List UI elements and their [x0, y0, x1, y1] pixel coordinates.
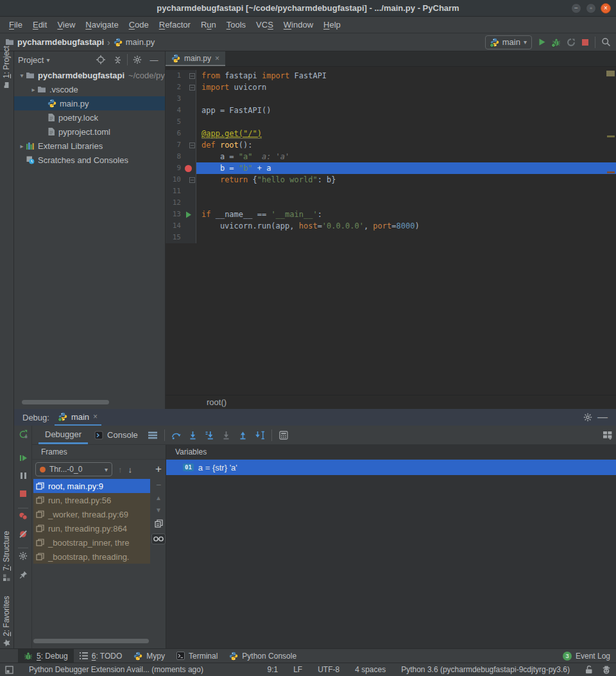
code-line-8[interactable]: 8 a = "a" a: 'a' [166, 151, 616, 162]
rerun-button[interactable] [14, 429, 32, 439]
code-line-7[interactable]: 7def root(): [166, 139, 616, 151]
tab-terminal[interactable]: Terminal [171, 649, 223, 663]
tree-item-pycharmdebugfastapi[interactable]: ▾pycharmdebugfastapi~/code/pycharmdebugf… [14, 68, 165, 82]
gutter[interactable] [181, 186, 196, 197]
menu-view[interactable]: View [52, 20, 80, 30]
frame-row[interactable]: _bootstrap_inner, thre [33, 535, 150, 550]
fold-icon[interactable] [189, 143, 195, 148]
status-item[interactable]: UTF-8 [318, 665, 339, 674]
gear-icon[interactable] [583, 413, 592, 422]
tab-debug-session[interactable]: main × [55, 409, 101, 426]
gutter[interactable] [181, 174, 196, 186]
variable-row[interactable]: 01a = {str} 'a' [166, 460, 616, 475]
gutter[interactable] [181, 232, 196, 243]
gutter[interactable] [181, 162, 196, 174]
horizontal-scrollbar[interactable] [22, 400, 109, 404]
close-button[interactable]: × [601, 3, 611, 13]
locate-file-button[interactable] [94, 55, 108, 64]
layout-options-icon[interactable] [144, 431, 161, 439]
scroll-marker[interactable] [606, 71, 615, 76]
view-breakpoints-button[interactable] [14, 512, 32, 521]
frame-row[interactable]: _worker, thread.py:69 [33, 507, 150, 521]
code-line-2[interactable]: 2import uvicorn [166, 82, 616, 93]
tree-item--vscode[interactable]: ▸.vscode [14, 82, 165, 96]
collapse-all-button[interactable] [110, 56, 124, 64]
frame-row[interactable]: run, threading.py:864 [33, 521, 150, 535]
code-line-13[interactable]: 13if __name__ == '__main__': [166, 209, 616, 220]
step-into-button[interactable] [185, 431, 201, 440]
force-step-into-button[interactable] [218, 431, 235, 440]
copy-frames-icon[interactable] [155, 519, 163, 528]
breadcrumb-root[interactable]: root() [207, 397, 227, 407]
status-item[interactable]: LF [293, 665, 302, 674]
menu-run[interactable]: Run [196, 20, 221, 30]
horizontal-scrollbar[interactable] [33, 639, 149, 643]
gutter[interactable] [181, 116, 196, 128]
gutter[interactable] [181, 105, 196, 116]
sidebar-item-favorites[interactable]: 2: Favorites [2, 596, 11, 646]
code-line-3[interactable]: 3 [166, 93, 616, 105]
mute-breakpoints-button[interactable] [14, 530, 32, 539]
show-watches-icon[interactable] [151, 533, 166, 544]
hide-panel-button[interactable]: — [147, 55, 161, 65]
tab-mypy[interactable]: Mypy [128, 649, 171, 663]
pause-button[interactable] [14, 472, 32, 480]
gutter[interactable] [181, 128, 196, 139]
close-icon[interactable]: × [93, 412, 98, 421]
code-line-1[interactable]: 1from fastapi import FastAPI [166, 70, 616, 82]
sidebar-item-structure[interactable]: 7: Structure [2, 531, 11, 581]
code-line-9[interactable]: 9 b = "b" + a [166, 162, 616, 174]
tree-arrow-icon[interactable]: ▾ [18, 72, 26, 79]
add-watch-button[interactable]: + [155, 464, 162, 474]
tab-debugger[interactable]: Debugger [38, 426, 88, 444]
menu-window[interactable]: Window [278, 20, 318, 30]
code-line-5[interactable]: 5 [166, 116, 616, 128]
step-over-button[interactable] [168, 431, 185, 440]
run-to-cursor-button[interactable] [252, 431, 268, 440]
tab-console[interactable]: Console [88, 426, 144, 444]
resume-button[interactable] [14, 454, 32, 462]
tab-6-todo[interactable]: 6: TODO [74, 649, 128, 663]
fold-icon[interactable] [189, 85, 195, 91]
step-out-button[interactable] [235, 431, 252, 440]
tab-event-log[interactable]: 3 Event Log [557, 649, 616, 663]
menu-code[interactable]: Code [124, 20, 154, 30]
maximize-button[interactable]: ▫ [586, 3, 596, 13]
frame-row[interactable]: root, main.py:9 [33, 479, 150, 493]
tree-item-main-py[interactable]: main.py [14, 96, 165, 110]
tree-item-poetry-lock[interactable]: poetry.lock [14, 110, 165, 125]
code-line-4[interactable]: 4app = FastAPI() [166, 105, 616, 116]
inspections-icon[interactable] [602, 666, 611, 674]
unlock-icon[interactable] [585, 665, 593, 674]
thread-select[interactable]: Thr...-0_0 ▾ [35, 462, 112, 476]
gutter[interactable] [181, 151, 196, 162]
tool-window-toggle-icon[interactable] [5, 666, 13, 674]
remove-watch-button[interactable]: − [156, 480, 161, 489]
pin-icon[interactable] [14, 571, 32, 579]
code-line-14[interactable]: 14 uvicorn.run(app, host='0.0.0.0', port… [166, 220, 616, 232]
scroll-marker[interactable] [607, 171, 615, 173]
code-line-11[interactable]: 11 [166, 186, 616, 197]
tab-5-debug[interactable]: 5: Debug [18, 649, 74, 663]
project-view-select[interactable]: Project [18, 55, 44, 65]
restore-layout-icon[interactable] [599, 431, 616, 440]
code-line-15[interactable]: 15 [166, 232, 616, 243]
coverage-button[interactable] [567, 38, 576, 47]
step-into-my-code-button[interactable] [201, 431, 218, 440]
gutter[interactable] [181, 209, 196, 220]
menu-edit[interactable]: Edit [28, 20, 52, 30]
gutter[interactable] [181, 139, 196, 151]
gutter[interactable] [181, 82, 196, 93]
tree-arrow-icon[interactable]: ▸ [30, 86, 37, 93]
evaluate-expression-button[interactable] [275, 431, 292, 440]
scroll-marker[interactable] [607, 135, 615, 137]
move-up-button[interactable]: ▲ [155, 495, 162, 501]
gutter[interactable] [181, 220, 196, 232]
code-line-12[interactable]: 12 [166, 197, 616, 209]
tab-python-console[interactable]: Python Console [223, 649, 302, 663]
status-item[interactable]: 4 spaces [355, 665, 386, 674]
tab-main-py[interactable]: main.py × [166, 51, 225, 66]
run-button[interactable] [538, 38, 546, 46]
gear-icon[interactable] [130, 55, 144, 64]
debug-button[interactable] [552, 38, 561, 47]
